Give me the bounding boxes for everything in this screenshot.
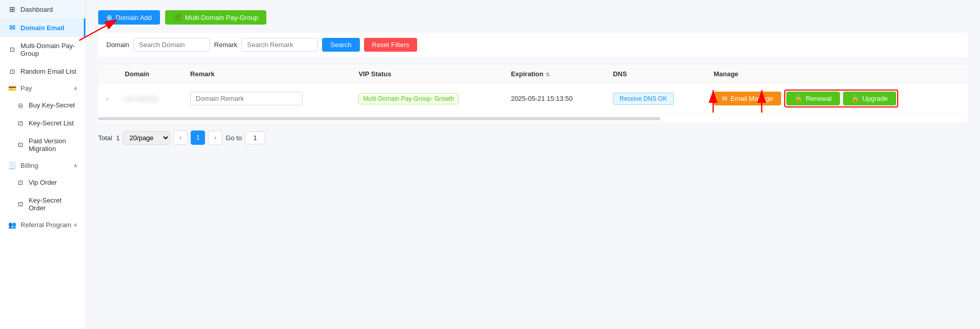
sidebar-section-billing[interactable]: 🧾 Billing ∧ <box>0 158 85 173</box>
sidebar-item-key-secret-order[interactable]: ⊡ Key-Secret Order <box>0 191 85 217</box>
vip-order-icon: ⊡ <box>16 179 25 186</box>
multi-domain-pay-group-button[interactable]: 🌿 Multi-Domain Pay-Group <box>165 10 266 25</box>
filter-bar: Domain Remark Search Reset Filters <box>98 33 968 57</box>
dns-badge: Receive DNS OK <box>613 93 674 105</box>
sidebar-item-buy-key-secret[interactable]: ◎ Buy Key-Secret <box>0 96 85 114</box>
reset-filters-button[interactable]: Reset Filters <box>364 38 418 52</box>
horizontal-scrollbar[interactable] <box>98 117 660 120</box>
sidebar-item-label: Buy Key-Secret <box>29 101 77 109</box>
main-content: ⊕ Domain Add 🌿 Multi-Domain Pay-Group Do… <box>86 0 980 329</box>
sidebar-section-referral[interactable]: 👥 Referral Program ∨ <box>0 217 85 233</box>
table-row: › xxx.xxx.xxx Multi-Domain Pay-Group- Gr… <box>98 83 968 114</box>
sidebar-item-label: Domain Email <box>20 24 76 32</box>
remark-filter-label: Remark <box>214 41 238 49</box>
upgrade-button[interactable]: 🔒 Upgrade <box>843 92 896 105</box>
dns-cell: Receive DNS OK <box>605 83 705 114</box>
col-dns: DNS <box>605 65 705 83</box>
random-email-icon: ⊡ <box>8 68 16 75</box>
per-page-select[interactable]: 20/page 50/page 100/page <box>123 131 170 145</box>
referral-icon: 👥 <box>8 221 16 229</box>
domain-add-button[interactable]: ⊕ Domain Add <box>98 10 160 25</box>
sidebar-item-label: Key-Secret List <box>29 119 77 127</box>
sidebar-item-key-secret-list[interactable]: ⊡ Key-Secret List <box>0 114 85 132</box>
sidebar-item-paid-version-migration[interactable]: ⊡ Paid Version Migration <box>0 132 85 158</box>
chevron-down-icon-referral: ∨ <box>74 222 77 228</box>
col-expiration: Expiration ⇅ <box>503 65 605 83</box>
sidebar-item-label: Dashboard <box>20 6 77 13</box>
domain-filter-label: Domain <box>106 41 129 49</box>
col-manage: Manage <box>705 65 968 83</box>
domain-value: xxx.xxx.xxx <box>125 95 158 102</box>
expiration-value: 2025-05-21 15:13:50 <box>511 95 573 102</box>
sidebar-item-vip-order[interactable]: ⊡ Vip Order <box>0 173 85 191</box>
leaf-icon: 🌿 <box>173 13 182 21</box>
col-expand <box>98 65 117 83</box>
sidebar-item-label: Multi-Domain Pay-Group <box>20 42 77 57</box>
chevron-up-icon-billing: ∧ <box>74 163 77 168</box>
manage-buttons: ✉ Email Manage 🔒 Renewal 🔒 <box>714 90 960 107</box>
vip-status-badge: Multi-Domain Pay-Group- Growth <box>358 93 459 104</box>
remark-input[interactable] <box>190 92 303 105</box>
row-expand-cell[interactable]: › <box>98 83 117 114</box>
sidebar-item-label: Random Email List <box>20 68 77 75</box>
sidebar-item-domain-email[interactable]: ✉ Domain Email <box>0 18 85 37</box>
sidebar-item-multi-domain[interactable]: ⊡ Multi-Domain Pay-Group <box>0 37 85 62</box>
vip-status-cell: Multi-Domain Pay-Group- Growth <box>350 83 503 114</box>
expiration-cell: 2025-05-21 15:13:50 <box>503 83 605 114</box>
sidebar-item-label: Key-Secret Order <box>29 196 77 212</box>
paid-migration-icon: ⊡ <box>16 141 25 148</box>
content-area: ⊕ Domain Add 🌿 Multi-Domain Pay-Group Do… <box>86 0 980 329</box>
sidebar-item-dashboard[interactable]: ⊞ Dashboard <box>0 0 85 18</box>
pay-icon: 💳 <box>8 84 16 92</box>
manage-cell: ✉ Email Manage 🔒 Renewal 🔒 <box>705 83 968 114</box>
prev-page-button[interactable]: ‹ <box>173 130 188 145</box>
toolbar: ⊕ Domain Add 🌿 Multi-Domain Pay-Group <box>98 10 968 25</box>
pagination: Total 1 20/page 50/page 100/page ‹ 1 › G… <box>98 130 968 145</box>
domain-search-input[interactable] <box>133 38 210 52</box>
sidebar-section-pay[interactable]: 💳 Pay ∧ <box>0 80 85 96</box>
remark-cell <box>182 83 350 114</box>
multi-domain-icon: ⊡ <box>8 46 16 53</box>
email-icon: ✉ <box>722 95 727 102</box>
col-remark: Remark <box>182 65 350 83</box>
sidebar-item-label: Paid Version Migration <box>29 137 77 152</box>
col-domain: Domain <box>117 65 182 83</box>
renewal-button[interactable]: 🔒 Renewal <box>786 92 840 105</box>
plus-icon: ⊕ <box>106 13 112 21</box>
billing-label: Billing <box>20 162 38 169</box>
renewal-upgrade-highlight: 🔒 Renewal 🔒 Upgrade <box>784 90 898 107</box>
chevron-up-icon: ∧ <box>74 85 77 91</box>
lock-icon-upgrade: 🔒 <box>851 95 859 102</box>
sidebar-item-random-email[interactable]: ⊡ Random Email List <box>0 62 85 80</box>
goto-label: Go to <box>225 134 242 142</box>
domain-table: Domain Remark VIP Status Expiration ⇅ DN… <box>98 65 968 122</box>
lock-icon: 🔒 <box>794 95 803 102</box>
sidebar: ⊞ Dashboard ✉ Domain Email ⊡ Multi-Domai… <box>0 0 86 329</box>
total-label: Total 1 <box>98 134 120 142</box>
domain-cell: xxx.xxx.xxx <box>117 83 182 114</box>
buy-key-secret-icon: ◎ <box>16 102 25 109</box>
pay-label: Pay <box>20 84 32 92</box>
remark-search-input[interactable] <box>241 38 318 52</box>
domain-email-icon: ✉ <box>8 24 16 32</box>
goto-input[interactable] <box>245 131 265 144</box>
dashboard-icon: ⊞ <box>8 5 16 13</box>
key-secret-order-icon: ⊡ <box>16 201 25 208</box>
key-secret-list-icon: ⊡ <box>16 120 25 127</box>
next-page-button[interactable]: › <box>208 130 222 145</box>
sidebar-item-label: Vip Order <box>29 179 77 186</box>
billing-icon: 🧾 <box>8 162 16 169</box>
search-button[interactable]: Search <box>322 38 359 52</box>
referral-label: Referral Program <box>20 221 72 229</box>
col-vip-status: VIP Status <box>350 65 503 83</box>
email-manage-button[interactable]: ✉ Email Manage <box>714 92 781 105</box>
sort-icon: ⇅ <box>545 72 550 77</box>
page-1-button[interactable]: 1 <box>191 130 205 145</box>
